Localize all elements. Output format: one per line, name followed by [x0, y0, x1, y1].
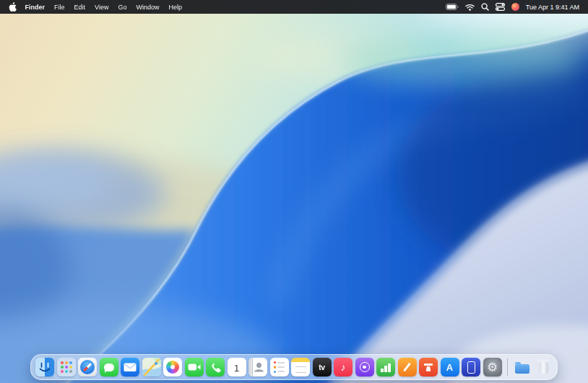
- music-dock-icon[interactable]: ♪: [334, 358, 353, 376]
- menu-go[interactable]: Go: [113, 4, 131, 11]
- music-glyph: ♪: [341, 362, 346, 372]
- wifi-icon[interactable]: [465, 4, 475, 11]
- tv-dock-icon[interactable]: tv: [313, 358, 332, 376]
- dock-items: 1tv♪A⚙: [35, 358, 553, 376]
- safari-dock-icon[interactable]: [78, 358, 97, 376]
- menu-bar-clock[interactable]: Tue Apr 1 9:41 AM: [526, 4, 579, 11]
- contacts-dock-icon[interactable]: [248, 358, 267, 376]
- menu-bar-left: FinderFileEditViewGoWindowHelp: [9, 2, 186, 12]
- siri-icon[interactable]: [511, 3, 519, 11]
- maps-dock-icon[interactable]: [142, 358, 161, 376]
- tv-glyph: tv: [319, 363, 325, 371]
- downloads-dock-icon[interactable]: [513, 358, 532, 376]
- system-settings-glyph: ⚙: [487, 361, 498, 374]
- dock-separator: [507, 358, 508, 376]
- menu-bar-status: Tue Apr 1 9:41 AM: [446, 2, 579, 12]
- menu-window[interactable]: Window: [131, 4, 164, 11]
- menu-edit[interactable]: Edit: [69, 4, 90, 11]
- app-store-glyph: A: [446, 363, 453, 372]
- numbers-dock-icon[interactable]: [376, 358, 395, 376]
- desktop-wallpaper: [0, 0, 588, 383]
- menu-finder[interactable]: Finder: [20, 4, 50, 11]
- phone-dock-icon[interactable]: [206, 358, 225, 376]
- app-store-dock-icon[interactable]: A: [441, 358, 459, 376]
- calendar-dock-icon[interactable]: 1: [228, 358, 246, 376]
- menu-help[interactable]: Help: [164, 4, 187, 11]
- apple-menu[interactable]: [9, 2, 17, 12]
- keynote-dock-icon[interactable]: [419, 358, 438, 376]
- desktop: FinderFileEditViewGoWindowHelp: [0, 0, 588, 383]
- launchpad-dock-icon[interactable]: [57, 358, 76, 376]
- trash-dock-icon[interactable]: [534, 358, 553, 376]
- mail-dock-icon[interactable]: [121, 358, 139, 376]
- menu-file[interactable]: File: [50, 4, 70, 11]
- messages-dock-icon[interactable]: [100, 358, 118, 376]
- control-center-icon[interactable]: [496, 2, 505, 12]
- apple-logo-icon: [9, 2, 17, 12]
- notes-dock-icon[interactable]: [291, 358, 310, 376]
- reminders-dock-icon[interactable]: [270, 358, 289, 376]
- pages-dock-icon[interactable]: [398, 358, 417, 376]
- menu-bar: FinderFileEditViewGoWindowHelp: [0, 0, 588, 14]
- battery-icon[interactable]: [446, 4, 459, 10]
- spotlight-search-icon[interactable]: [481, 3, 489, 11]
- iphone-mirroring-dock-icon[interactable]: [462, 358, 480, 376]
- finder-dock-icon[interactable]: [35, 358, 54, 376]
- system-settings-dock-icon[interactable]: ⚙: [483, 358, 502, 376]
- menu-list: FinderFileEditViewGoWindowHelp: [20, 4, 186, 11]
- dock: 1tv♪A⚙: [30, 354, 558, 380]
- photos-dock-icon[interactable]: [163, 358, 182, 376]
- facetime-dock-icon[interactable]: [185, 358, 204, 376]
- menu-view[interactable]: View: [90, 4, 113, 11]
- calendar-glyph: 1: [234, 363, 239, 373]
- podcasts-dock-icon[interactable]: [355, 358, 374, 376]
